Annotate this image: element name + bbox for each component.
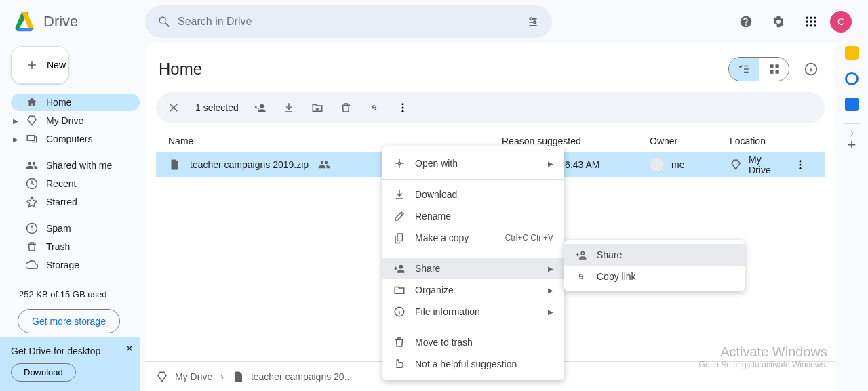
svg-point-8 <box>814 20 816 22</box>
svg-point-20 <box>800 164 802 166</box>
contacts-icon[interactable] <box>845 98 859 111</box>
zip-file-icon <box>168 159 180 171</box>
column-header-owner[interactable]: Owner <box>650 136 730 146</box>
file-name: teacher campaigns 2019.zip <box>190 159 309 170</box>
list-view-button[interactable] <box>729 58 759 81</box>
chevron-right-icon: ▶ <box>548 287 553 294</box>
svg-point-0 <box>530 18 532 20</box>
breadcrumb-file[interactable]: teacher campaigns 20... <box>232 371 352 383</box>
svg-point-21 <box>800 167 802 169</box>
sidebar-item-shared[interactable]: Shared with me <box>11 157 140 174</box>
selection-count: 1 selected <box>195 102 239 113</box>
view-toggle <box>728 57 789 81</box>
svg-point-11 <box>814 24 816 26</box>
promo-title: Get Drive for desktop <box>11 346 130 356</box>
search-icon[interactable] <box>151 8 178 35</box>
search-input[interactable] <box>178 16 519 28</box>
svg-point-16 <box>401 103 403 105</box>
column-header-location[interactable]: Location <box>730 136 812 146</box>
svg-point-18 <box>401 110 403 112</box>
menu-organize[interactable]: Organize▶ <box>382 279 564 301</box>
breadcrumb-root[interactable]: My Drive <box>156 371 212 383</box>
menu-make-copy[interactable]: Make a copyCtrl+C Ctrl+V <box>382 227 564 249</box>
svg-point-4 <box>810 17 812 19</box>
menu-move-trash[interactable]: Move to trash <box>382 331 564 353</box>
tasks-icon[interactable] <box>845 72 859 85</box>
brand[interactable]: Drive <box>11 8 145 35</box>
menu-file-info[interactable]: File information▶ <box>382 301 564 323</box>
side-panel: + <box>835 43 868 154</box>
file-owner: me <box>671 159 684 170</box>
sidebar-item-label: Home <box>46 97 71 108</box>
sidebar-item-starred[interactable]: Starred <box>11 193 140 211</box>
sidebar-item-computers[interactable]: ▶Computers <box>11 130 140 148</box>
svg-rect-13 <box>775 64 778 68</box>
svg-point-5 <box>814 17 816 19</box>
submenu-share[interactable]: Share <box>564 244 745 266</box>
sidebar-item-home[interactable]: Home <box>11 94 140 111</box>
sidebar-item-mydrive[interactable]: ▶My Drive <box>11 112 140 129</box>
column-header-name[interactable]: Name <box>168 136 502 146</box>
svg-rect-12 <box>770 64 773 68</box>
delete-selected-icon[interactable] <box>334 96 358 120</box>
menu-rename[interactable]: Rename <box>382 205 564 227</box>
clear-selection-button[interactable] <box>161 96 186 120</box>
account-avatar[interactable]: C <box>830 11 852 33</box>
menu-not-helpful[interactable]: Not a helpful suggestion <box>382 353 564 375</box>
menu-open-with[interactable]: Open with▶ <box>382 152 564 175</box>
svg-point-9 <box>806 24 808 26</box>
context-menu: Open with▶ Download Rename Make a copyCt… <box>382 146 564 380</box>
submenu-copy-link[interactable]: Copy link <box>564 266 745 287</box>
svg-rect-15 <box>775 70 778 74</box>
selection-toolbar: 1 selected <box>156 92 825 123</box>
sidebar-item-label: Recent <box>46 178 76 189</box>
svg-point-1 <box>534 21 536 23</box>
share-selected-icon[interactable] <box>248 96 273 120</box>
more-selected-icon[interactable] <box>391 96 415 120</box>
chevron-right-icon: ▶ <box>548 160 553 167</box>
chevron-right-icon: ▶ <box>548 265 553 272</box>
close-icon[interactable]: ✕ <box>125 343 134 354</box>
search-options-icon[interactable] <box>519 8 547 35</box>
help-icon[interactable] <box>732 8 760 35</box>
new-button[interactable]: New <box>11 46 69 84</box>
download-selected-icon[interactable] <box>277 96 301 120</box>
new-button-label: New <box>47 60 66 70</box>
desktop-promo: ✕ Get Drive for desktop Download <box>0 337 140 391</box>
svg-point-10 <box>810 24 812 26</box>
column-header-reason[interactable]: Reason suggested <box>502 136 650 146</box>
chevron-right-icon: › <box>220 371 224 382</box>
menu-download[interactable]: Download <box>382 184 564 205</box>
share-submenu: Share Copy link <box>564 240 745 291</box>
brand-name: Drive <box>43 13 78 30</box>
sidebar-item-label: My Drive <box>46 115 83 126</box>
keep-icon[interactable] <box>845 46 859 60</box>
settings-icon[interactable] <box>765 8 792 35</box>
link-selected-icon[interactable] <box>362 96 387 120</box>
grid-view-button[interactable] <box>759 58 789 81</box>
move-selected-icon[interactable] <box>305 96 330 120</box>
get-storage-button[interactable]: Get more storage <box>18 309 120 333</box>
info-icon[interactable] <box>797 56 825 83</box>
svg-point-17 <box>401 107 403 109</box>
sidebar-item-label: Starred <box>46 197 77 207</box>
owner-avatar-icon <box>650 157 665 172</box>
file-more-icon[interactable] <box>789 151 812 178</box>
sidebar-item-label: Storage <box>46 260 79 270</box>
shared-indicator-icon <box>318 159 330 171</box>
drive-logo-icon <box>11 8 38 35</box>
sidebar-item-trash[interactable]: Trash <box>11 238 140 255</box>
sidebar-item-storage[interactable]: Storage <box>11 256 140 274</box>
file-location: My Drive <box>749 154 782 176</box>
promo-download-button[interactable]: Download <box>11 363 76 382</box>
show-side-panel-icon[interactable] <box>838 120 865 147</box>
chevron-right-icon: ▶ <box>548 308 553 316</box>
svg-point-6 <box>806 20 808 22</box>
menu-share[interactable]: Share▶ <box>382 258 564 279</box>
drive-location-icon <box>730 159 742 171</box>
sidebar-item-label: Shared with me <box>46 160 112 171</box>
sidebar-item-recent[interactable]: Recent <box>11 175 140 192</box>
sidebar-item-spam[interactable]: Spam <box>11 220 140 237</box>
apps-icon[interactable] <box>797 8 825 35</box>
svg-point-7 <box>810 20 812 22</box>
